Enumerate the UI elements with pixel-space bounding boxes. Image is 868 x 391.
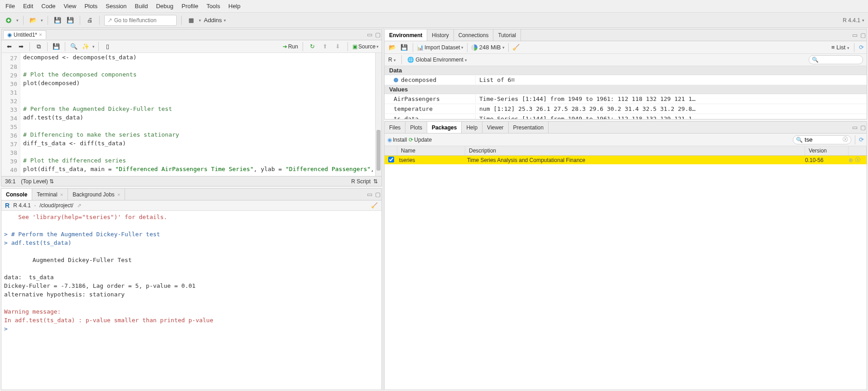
env-row-AirPassengers[interactable]: AirPassengersTime-Series [1:144] from 19…: [385, 94, 867, 104]
console-path[interactable]: /cloud/project/: [39, 202, 73, 209]
menu-view[interactable]: View: [63, 3, 76, 10]
update-button[interactable]: ⟳Update: [409, 137, 432, 143]
menu-help[interactable]: Help: [228, 3, 241, 10]
tab-background-jobs[interactable]: Background Jobs×: [68, 189, 125, 200]
env-search-input[interactable]: 🔍: [809, 55, 863, 64]
new-file-icon[interactable]: [4, 15, 14, 25]
rerun-icon[interactable]: ↻: [308, 42, 318, 52]
goto-input-field[interactable]: [114, 17, 174, 24]
install-button[interactable]: ◉Install: [387, 137, 407, 143]
tab-packages[interactable]: Packages: [427, 122, 462, 133]
load-workspace-icon[interactable]: 📂: [387, 43, 397, 52]
file-type-label[interactable]: R Script: [351, 178, 371, 185]
env-row-ts_data[interactable]: ts_dataTime-Series [1:144] from 1949 to …: [385, 114, 867, 119]
forward-icon[interactable]: ➡: [16, 42, 26, 52]
minimize-pane-icon[interactable]: ▭: [366, 32, 373, 38]
tab-files[interactable]: Files: [385, 122, 405, 133]
package-web-icon[interactable]: ⊕: [849, 157, 853, 163]
new-file-dropdown-icon[interactable]: ▾: [16, 18, 19, 23]
col-version[interactable]: Version: [805, 146, 849, 155]
source-tab-untitled[interactable]: ◉ Untitled1* ×: [3, 30, 46, 39]
menu-file[interactable]: File: [5, 3, 15, 10]
down-icon[interactable]: ⬇: [333, 42, 343, 52]
menu-build[interactable]: Build: [135, 3, 148, 10]
r-version-label[interactable]: R 4.4.1 ▾: [843, 17, 864, 24]
col-description[interactable]: Description: [465, 146, 805, 155]
tab-tutorial[interactable]: Tutorial: [493, 29, 521, 41]
path-arrow-icon[interactable]: ⇗: [77, 202, 82, 209]
save-workspace-icon[interactable]: 💾: [399, 43, 409, 52]
memory-usage-label[interactable]: 248 MiB: [479, 44, 501, 51]
list-view-button[interactable]: ≡ List ▾: [831, 44, 849, 51]
code-lines[interactable]: decomposed <- decompose(ts_data) # Plot …: [20, 53, 375, 176]
tab-history[interactable]: History: [427, 29, 453, 41]
menu-plots[interactable]: Plots: [84, 3, 97, 10]
tab-environment[interactable]: Environment: [385, 29, 427, 41]
find-icon[interactable]: 🔍: [69, 42, 79, 52]
tab-viewer[interactable]: Viewer: [482, 122, 508, 133]
env-row-decomposed[interactable]: decomposedList of 6⊞: [385, 75, 867, 85]
menu-edit[interactable]: Edit: [23, 3, 33, 10]
code-editor[interactable]: 27 28 29 30 31 32 33 34 35 36 37 38 39 4…: [1, 53, 381, 176]
back-icon[interactable]: ⬅: [4, 42, 14, 52]
tab-connections[interactable]: Connections: [454, 29, 494, 41]
source-button[interactable]: ▣Source ▾: [352, 43, 379, 50]
grid-icon[interactable]: ▦: [186, 15, 196, 25]
show-in-new-window-icon[interactable]: ⧉: [34, 42, 43, 52]
menu-session[interactable]: Session: [106, 3, 126, 10]
wand-icon[interactable]: ✨: [81, 42, 91, 52]
goto-file-function-input[interactable]: ↗: [104, 15, 177, 26]
packages-header: Name Description Version: [385, 146, 867, 156]
env-row-temperature[interactable]: temperaturenum [1:12] 25.3 26.1 27.5 28.…: [385, 104, 867, 114]
menu-tools[interactable]: Tools: [207, 3, 220, 10]
package-checkbox[interactable]: [388, 157, 394, 162]
up-icon[interactable]: ⬆: [320, 42, 330, 52]
menu-debug[interactable]: Debug: [156, 3, 173, 10]
package-row-tseries[interactable]: tseriesTime Series Analysis and Computat…: [385, 156, 867, 164]
maximize-pane-icon[interactable]: ▢: [374, 32, 381, 38]
tab-terminal[interactable]: Terminal×: [32, 189, 68, 200]
maximize-pane-icon[interactable]: ▢: [859, 32, 867, 38]
menu-code[interactable]: Code: [41, 3, 55, 10]
clear-search-icon[interactable]: ⓧ: [843, 136, 848, 143]
minimize-pane-icon[interactable]: ▭: [851, 32, 858, 38]
col-name[interactable]: Name: [397, 146, 465, 155]
editor-scrollbar[interactable]: [375, 53, 381, 176]
save-all-icon[interactable]: 💾: [65, 15, 75, 25]
clear-env-icon[interactable]: 🧹: [512, 44, 520, 51]
minimize-pane-icon[interactable]: ▭: [366, 191, 373, 198]
close-tab-icon[interactable]: ×: [39, 32, 42, 38]
memory-usage-icon[interactable]: [471, 44, 477, 51]
console-output[interactable]: See 'library(help="tseries")' for detail…: [1, 211, 381, 390]
tab-console[interactable]: Console: [1, 189, 32, 200]
refresh-env-icon[interactable]: ⟳: [859, 44, 864, 51]
tab-help[interactable]: Help: [462, 122, 482, 133]
scope-label[interactable]: (Top Level): [21, 178, 48, 185]
r-scope-selector[interactable]: R ▾: [388, 57, 396, 63]
close-icon[interactable]: ×: [60, 192, 63, 197]
packages-search-input[interactable]: 🔍 ⓧ: [793, 135, 851, 144]
global-env-selector[interactable]: 🌐 Global Environment ▾: [407, 57, 467, 63]
view-icon[interactable]: ⊞: [511, 76, 518, 83]
print-icon[interactable]: 🖨: [85, 15, 95, 25]
maximize-pane-icon[interactable]: ▢: [859, 124, 867, 131]
notebook-icon[interactable]: ▯: [102, 42, 112, 52]
refresh-packages-icon[interactable]: ⟳: [859, 136, 864, 143]
import-dataset-button[interactable]: 📊 Import Dataset ▾: [417, 44, 463, 51]
close-icon[interactable]: ×: [117, 192, 120, 197]
addins-menu[interactable]: Addins▾: [204, 17, 226, 24]
run-button[interactable]: ➔Run: [283, 43, 298, 50]
tab-presentation[interactable]: Presentation: [509, 122, 549, 133]
open-project-icon[interactable]: 📂: [28, 15, 38, 25]
clear-console-icon[interactable]: 🧹: [371, 202, 378, 209]
tab-plots[interactable]: Plots: [405, 122, 427, 133]
open-recent-dropdown-icon[interactable]: ▾: [41, 18, 43, 23]
minimize-pane-icon[interactable]: ▭: [851, 124, 858, 131]
save-source-icon[interactable]: 💾: [51, 42, 61, 52]
menu-profile[interactable]: Profile: [182, 3, 198, 10]
maximize-pane-icon[interactable]: ▢: [374, 191, 381, 198]
grid-dropdown-icon[interactable]: ▾: [199, 18, 201, 23]
package-remove-icon[interactable]: ⓧ: [855, 156, 860, 164]
expand-icon[interactable]: [394, 78, 398, 82]
save-icon[interactable]: 💾: [53, 15, 63, 25]
